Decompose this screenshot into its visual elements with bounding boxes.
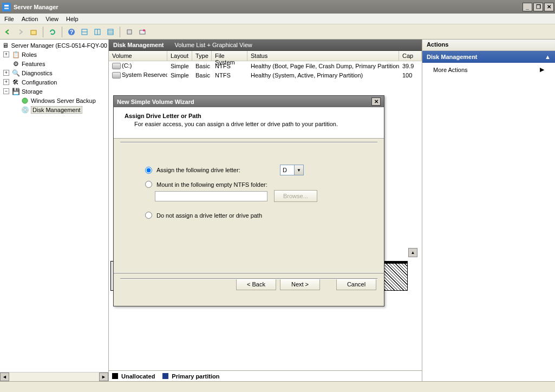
scroll-right-button[interactable]: ► xyxy=(99,373,108,381)
minimize-button[interactable]: _ xyxy=(523,3,532,11)
expand-icon[interactable]: + xyxy=(3,79,9,85)
new-simple-volume-wizard: New Simple Volume Wizard ✕ Assign Drive … xyxy=(113,95,384,306)
wizard-body: Assign the following drive letter: D ▼ M… xyxy=(114,139,384,273)
volume-icon xyxy=(112,72,121,79)
forward-button[interactable] xyxy=(15,27,26,37)
radio-assign-letter[interactable] xyxy=(145,167,152,174)
volume-table-header: Volume Layout Type File System Status Ca… xyxy=(109,51,422,61)
svg-rect-3 xyxy=(31,30,36,35)
back-button[interactable]: < Back xyxy=(236,278,276,290)
dropdown-icon[interactable]: ▼ xyxy=(294,165,303,175)
svg-rect-13 xyxy=(127,30,132,34)
svg-rect-0 xyxy=(3,4,10,10)
tree-windows-server-backup[interactable]: Windows Server Backup xyxy=(1,96,107,105)
tree-storage[interactable]: − 💾 Storage xyxy=(1,87,107,96)
collapse-icon: ▲ xyxy=(545,54,551,60)
svg-rect-2 xyxy=(4,8,9,9)
volume-icon xyxy=(112,63,121,69)
actions-section[interactable]: Disk Management ▲ xyxy=(422,51,555,63)
scroll-left-button[interactable]: ◄ xyxy=(0,373,9,381)
more-actions[interactable]: More Actions ▶ xyxy=(422,63,555,76)
configuration-icon: 🛠 xyxy=(11,78,20,87)
actions-pane: Actions Disk Management ▲ More Actions ▶ xyxy=(422,40,555,381)
features-icon: ⚙ xyxy=(11,60,20,68)
col-layout[interactable]: Layout xyxy=(167,51,192,61)
view1-button[interactable] xyxy=(79,27,90,37)
disk-icon: 💿 xyxy=(21,106,29,114)
col-volume[interactable]: Volume xyxy=(109,51,167,61)
help-button[interactable]: ? xyxy=(66,27,77,37)
svg-point-16 xyxy=(22,98,28,103)
menu-file[interactable]: File xyxy=(4,16,14,22)
diagnostics-icon: 🔍 xyxy=(11,69,20,77)
radio-no-assign[interactable] xyxy=(145,212,152,219)
view2-button[interactable] xyxy=(92,27,103,37)
volume-row[interactable]: (C:) Simple Basic NTFS Healthy (Boot, Pa… xyxy=(109,61,422,70)
tree-pane: 🖥 Server Manager (ECS-0514-FQY-00 + 📋 Ro… xyxy=(0,40,109,381)
svg-point-15 xyxy=(143,29,145,31)
menubar: File Action View Help xyxy=(0,14,555,24)
wizard-title: New Simple Volume Wizard xyxy=(117,99,194,105)
app-icon xyxy=(2,3,11,11)
close-button[interactable]: ✕ xyxy=(544,3,554,11)
statusbar xyxy=(0,381,555,392)
actions-header: Actions xyxy=(422,40,555,51)
tree-diagnostics[interactable]: + 🔍 Diagnostics xyxy=(1,68,107,77)
server-icon: 🖥 xyxy=(1,41,9,50)
svg-text:?: ? xyxy=(70,29,74,35)
col-type[interactable]: Type xyxy=(192,51,212,61)
view3-button[interactable] xyxy=(105,27,116,37)
wizard-footer: < Back Next > Cancel xyxy=(114,273,384,295)
expand-icon[interactable]: + xyxy=(3,70,9,76)
option-mount-folder[interactable]: Mount in the following empty NTFS folder… xyxy=(145,181,362,188)
volume-table: Volume Layout Type File System Status Ca… xyxy=(109,51,422,80)
tree-configuration[interactable]: + 🛠 Configuration xyxy=(1,77,107,87)
menu-action[interactable]: Action xyxy=(22,16,38,22)
mount-folder-row: Browse... xyxy=(145,190,362,202)
back-button[interactable] xyxy=(2,27,13,37)
menu-view[interactable]: View xyxy=(45,16,58,22)
dm-title: Disk Management xyxy=(113,42,164,48)
cancel-button[interactable]: Cancel xyxy=(336,278,376,290)
option-assign-letter[interactable]: Assign the following drive letter: D ▼ xyxy=(145,165,362,175)
properties-button[interactable] xyxy=(137,27,148,37)
svg-rect-1 xyxy=(4,5,9,6)
mount-folder-input xyxy=(155,191,267,201)
wizard-titlebar[interactable]: New Simple Volume Wizard ✕ xyxy=(114,96,384,107)
window-titlebar: Server Manager _ ❐ ✕ xyxy=(0,0,555,14)
roles-icon: 📋 xyxy=(11,50,20,59)
storage-icon: 💾 xyxy=(11,87,20,96)
wizard-close-button[interactable]: ✕ xyxy=(371,97,381,106)
menu-help[interactable]: Help xyxy=(66,16,79,22)
restore-button[interactable]: ❐ xyxy=(533,3,543,11)
option-no-assign[interactable]: Do not assign a drive letter or drive pa… xyxy=(145,212,362,219)
legend-primary: Primary partition xyxy=(172,373,219,380)
tree-root[interactable]: 🖥 Server Manager (ECS-0514-FQY-00 xyxy=(1,41,107,50)
tree-scrollbar[interactable]: ◄ ► xyxy=(0,372,108,381)
refresh-button[interactable] xyxy=(47,27,58,37)
expand-icon[interactable]: + xyxy=(3,51,9,57)
window-title: Server Manager xyxy=(14,4,523,10)
legend: Unallocated Primary partition xyxy=(109,370,422,381)
col-filesystem[interactable]: File System xyxy=(212,51,247,61)
scroll-up-button[interactable]: ▲ xyxy=(408,248,417,257)
tree-features[interactable]: + ⚙ Features xyxy=(1,59,107,68)
col-capacity[interactable]: Cap xyxy=(399,51,422,61)
backup-icon xyxy=(21,96,29,105)
wizard-description: For easier access, you can assign a driv… xyxy=(134,121,373,127)
settings-button[interactable] xyxy=(124,27,135,37)
chevron-right-icon: ▶ xyxy=(540,66,544,73)
tree-disk-management[interactable]: 💿 Disk Management xyxy=(1,105,107,114)
browse-button: Browse... xyxy=(274,190,317,202)
tree-roles[interactable]: + 📋 Roles xyxy=(1,50,107,59)
legend-primary-swatch xyxy=(162,373,168,379)
up-button[interactable] xyxy=(28,27,39,37)
next-button[interactable]: Next > xyxy=(280,278,320,290)
volume-row[interactable]: System Reserved Simple Basic NTFS Health… xyxy=(109,70,422,80)
legend-unallocated: Unallocated xyxy=(121,373,155,380)
collapse-icon[interactable]: − xyxy=(3,88,9,94)
dm-subtitle: Volume List + Graphical View xyxy=(175,42,252,48)
drive-letter-select[interactable]: D ▼ xyxy=(280,165,304,175)
radio-mount-folder[interactable] xyxy=(145,181,152,188)
col-status[interactable]: Status xyxy=(247,51,399,61)
